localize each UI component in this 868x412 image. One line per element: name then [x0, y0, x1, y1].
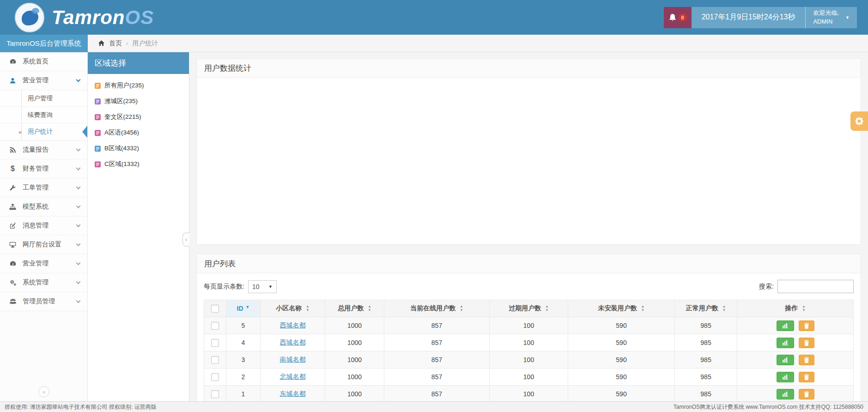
- row-checkbox[interactable]: [211, 322, 219, 330]
- region-item-kuiwen[interactable]: 奎文区(2215): [88, 109, 189, 125]
- region-item-all-users[interactable]: 所有用户(235): [88, 78, 189, 93]
- settings-flyout-button[interactable]: [850, 111, 868, 131]
- sidebar-item-label: 营业管理: [23, 76, 71, 85]
- cell-community: 西城名都: [261, 317, 325, 334]
- region-item-label: 奎文区(2215): [104, 113, 141, 121]
- sidebar-item-finance-management[interactable]: $ 财务管理: [0, 160, 87, 178]
- region-item-a[interactable]: A区语(3456): [88, 125, 189, 141]
- community-link[interactable]: 南城名都: [280, 356, 306, 363]
- users-icon: [9, 298, 17, 305]
- sidebar-collapse-button[interactable]: «: [38, 386, 49, 397]
- row-checkbox[interactable]: [211, 390, 219, 398]
- row-checkbox[interactable]: [211, 373, 219, 381]
- breadcrumb-home[interactable]: 首页: [109, 39, 122, 48]
- row-checkbox[interactable]: [211, 356, 219, 364]
- sidebar-item-dashboard[interactable]: 系统首页: [0, 52, 87, 71]
- cell-id: 5: [226, 317, 261, 334]
- chevron-down-icon: [76, 299, 81, 303]
- sidebar-item-admin-management[interactable]: 管理员管理: [0, 292, 87, 311]
- cell-community: 东城名都: [261, 386, 325, 403]
- delete-button[interactable]: [799, 338, 814, 348]
- notifications-button[interactable]: 8: [664, 7, 692, 28]
- panel-collapse-handle[interactable]: ‹: [182, 233, 189, 246]
- column-label: 总用户数: [338, 304, 364, 312]
- sidebar-item-model-system[interactable]: 模型系统: [0, 197, 87, 216]
- search-input[interactable]: [777, 280, 854, 293]
- sidebar-item-message-management[interactable]: 消息管理: [0, 216, 87, 235]
- user-icon: [9, 77, 17, 84]
- user-stats-panel: 用户数据统计: [196, 58, 861, 245]
- column-header-actions[interactable]: 操作▲▼: [737, 300, 854, 317]
- delete-button[interactable]: [799, 372, 814, 382]
- column-label: 未安装用户数: [598, 304, 637, 312]
- community-link[interactable]: 北城名都: [280, 373, 306, 380]
- sidebar-item-label: 续费查询: [28, 111, 53, 119]
- dashboard-icon: [9, 58, 17, 65]
- chevron-down-icon: [76, 204, 81, 209]
- sidebar-item-renewal-query[interactable]: 续费查询: [0, 107, 87, 123]
- footer: 授权使用: 潍坊家园驿站电子技术有限公司 授权级别: 运营商版 TamronOS…: [0, 401, 868, 412]
- chevron-down-icon: [76, 280, 81, 284]
- desktop-icon: [9, 241, 17, 248]
- chart-button[interactable]: [777, 372, 794, 382]
- column-header-id[interactable]: ID▼: [226, 300, 261, 317]
- sidebar-item-work-order[interactable]: 工单管理: [0, 178, 87, 197]
- sidebar-item-user-statistics[interactable]: » 用户统计: [0, 123, 87, 140]
- chart-button[interactable]: [777, 389, 794, 400]
- column-label: 小区名称: [276, 304, 302, 312]
- cell-total: 1000: [325, 334, 384, 351]
- delete-button[interactable]: [799, 389, 814, 400]
- cell-actions: [737, 386, 854, 403]
- user-menu[interactable]: 欢迎光临, ADMIN ▼: [805, 7, 857, 28]
- community-link[interactable]: 东城名都: [280, 390, 306, 397]
- region-item-weicheng[interactable]: 潍城区(235): [88, 93, 189, 109]
- chevron-down-icon: [76, 166, 81, 171]
- wrench-icon: [9, 184, 17, 191]
- region-list-icon: [95, 161, 101, 167]
- sidebar-item-system-management[interactable]: 系统管理: [0, 273, 87, 292]
- row-checkbox[interactable]: [211, 339, 219, 347]
- bar-chart-icon: [782, 357, 789, 363]
- caret-down-icon: ▼: [845, 15, 850, 20]
- business-submenu: 用户管理 续费查询 » 用户统计: [0, 90, 87, 141]
- chart-button[interactable]: [777, 338, 794, 348]
- sidebar-item-front-desk-settings[interactable]: 网厅前台设置: [0, 235, 87, 254]
- region-item-label: 潍城区(235): [104, 97, 138, 105]
- column-header-community[interactable]: 小区名称▲▼: [261, 300, 325, 317]
- delete-button[interactable]: [799, 320, 814, 331]
- sidebar-item-business-management[interactable]: 营业管理: [0, 71, 87, 90]
- column-header-uninstalled-users[interactable]: 未安装用户数▲▼: [568, 300, 675, 317]
- cell-uninstalled: 590: [568, 317, 675, 334]
- sidebar-item-business-management-2[interactable]: 营业管理: [0, 254, 87, 273]
- welcome-greeting: 欢迎光临,: [813, 9, 839, 17]
- region-item-b[interactable]: B区域(4332): [88, 141, 189, 156]
- column-header-normal-users[interactable]: 正常用户数▲▼: [675, 300, 737, 317]
- chart-button[interactable]: [777, 320, 794, 331]
- column-header-checkbox: [204, 300, 226, 317]
- column-header-expired-users[interactable]: 过期用户数▲▼: [490, 300, 568, 317]
- region-list-icon: [95, 83, 101, 89]
- table-row: 2北城名都1000857100590985: [204, 369, 854, 386]
- column-header-online-users[interactable]: 当前在线用户数▲▼: [384, 300, 490, 317]
- cell-expired: 100: [490, 386, 568, 403]
- community-link[interactable]: 西城名都: [280, 321, 306, 329]
- community-link[interactable]: 西城名都: [280, 338, 306, 346]
- app-logo: TamronOS: [0, 3, 154, 32]
- column-header-total-users[interactable]: 总用户数▲▼: [325, 300, 384, 317]
- cell-total: 1000: [325, 351, 384, 369]
- per-page-select[interactable]: 10 ▼: [248, 280, 277, 293]
- sidebar-item-traffic-report[interactable]: 流量报告: [0, 141, 87, 160]
- cell-total: 1000: [325, 317, 384, 334]
- bar-chart-icon: [782, 374, 789, 380]
- stats-panel-title: 用户数据统计: [197, 59, 861, 78]
- sidebar-item-user-management[interactable]: 用户管理: [0, 90, 87, 107]
- sidebar-item-label: 管理员管理: [23, 297, 71, 306]
- list-panel-title: 用户列表: [197, 254, 861, 273]
- region-item-c[interactable]: C区域(1332): [88, 156, 189, 172]
- sort-icon: ▲▼: [545, 305, 548, 312]
- chart-button[interactable]: [777, 355, 794, 365]
- select-all-checkbox[interactable]: [211, 305, 219, 313]
- delete-button[interactable]: [799, 355, 814, 365]
- cell-community: 北城名都: [261, 369, 325, 386]
- cell-online: 857: [384, 386, 490, 403]
